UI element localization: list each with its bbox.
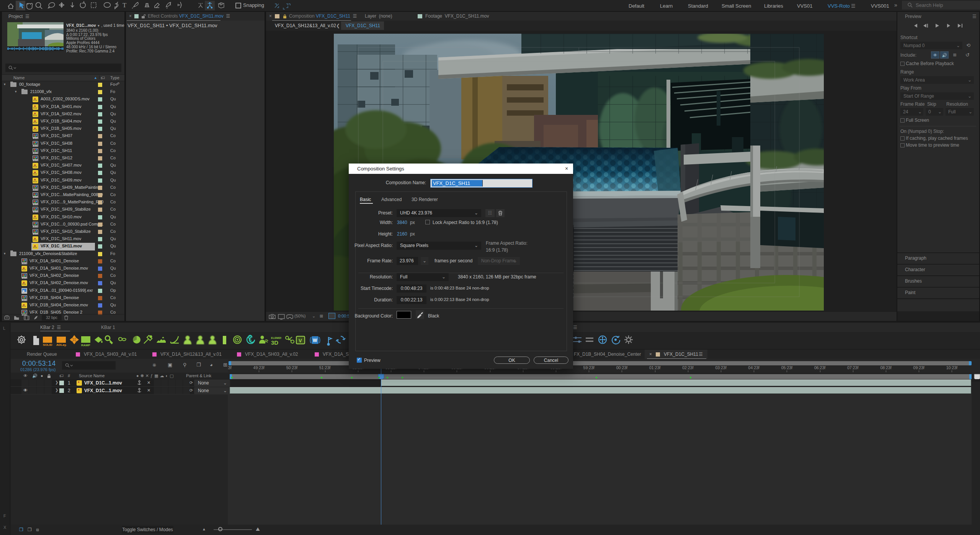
svg-text:V: V: [299, 338, 302, 344]
svg-text:ADLay.: ADLay.: [56, 343, 67, 347]
svg-text:T: T: [122, 2, 127, 9]
svg-text:RAMP: RAMP: [81, 344, 90, 347]
svg-text:SOLID: SOLID: [43, 343, 52, 347]
svg-text:ELEMENT: ELEMENT: [271, 337, 281, 339]
svg-text:Snapping: Snapping: [243, 2, 264, 8]
svg-text:W: W: [313, 338, 317, 343]
svg-text:5: 5: [249, 338, 252, 342]
svg-text:3D: 3D: [271, 339, 278, 346]
